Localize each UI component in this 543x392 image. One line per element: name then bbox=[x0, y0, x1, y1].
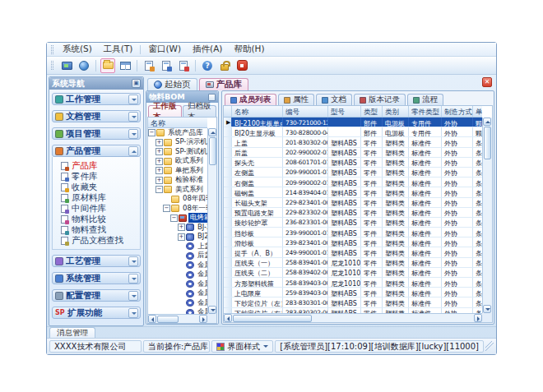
tree-column-header[interactable]: 名称 bbox=[148, 118, 207, 128]
tab-归档版本[interactable]: 归档版本 bbox=[183, 105, 216, 117]
sidebar-panel-header[interactable]: 项目管理 bbox=[52, 127, 141, 140]
menu-item-2[interactable]: 工具(T) bbox=[98, 43, 139, 56]
tree-node[interactable]: +BJ-2100主板单点 bbox=[148, 223, 207, 233]
sidebar-panel-header[interactable]: 系统管理 bbox=[52, 272, 141, 284]
expand-icon[interactable]: + bbox=[178, 224, 185, 231]
tree-node[interactable]: +BJ20主显示板 bbox=[148, 233, 207, 242]
table-row[interactable]: 长磁头支架229-823401-00X塑料ABS零件塑料类标准件外协条 bbox=[224, 198, 482, 208]
table-row[interactable]: 下纱定位片（左）283-830301-00X塑料ABS零件塑料类标准件外协条 bbox=[224, 297, 482, 307]
expand-icon[interactable]: + bbox=[155, 139, 163, 146]
table-row[interactable]: 后盖202-990002-01X塑料ABS零件塑料类标准件外协条 bbox=[224, 148, 482, 158]
chevron-down-icon[interactable] bbox=[128, 95, 138, 104]
tree-node[interactable]: +欧式系列 bbox=[148, 157, 207, 167]
tab-流程[interactable]: 流程 bbox=[407, 94, 443, 105]
grid-vertical-scrollbar[interactable] bbox=[482, 118, 492, 313]
sidebar-item-物料比较[interactable]: 物料比较 bbox=[61, 214, 138, 224]
toolbar-button[interactable] bbox=[118, 58, 132, 73]
menu-item-3[interactable]: 窗口(W) bbox=[142, 43, 187, 56]
grid-horizontal-scrollbar[interactable] bbox=[224, 313, 482, 322]
sidebar-panel-header[interactable]: 工艺管理 bbox=[52, 255, 141, 267]
table-row[interactable]: 左侧盖209-990001-01X塑料ABS零件塑料类标准件外协条 bbox=[224, 168, 482, 178]
scroll-up-icon[interactable] bbox=[208, 128, 216, 136]
column-header-类型[interactable]: 类型 bbox=[361, 106, 383, 117]
tree-horizontal-scrollbar[interactable] bbox=[148, 314, 207, 323]
sidebar-item-中间件库[interactable]: 中间件库 bbox=[61, 203, 138, 214]
expand-icon[interactable]: + bbox=[155, 177, 163, 184]
tree-node[interactable]: −电烤箱 bbox=[148, 214, 207, 224]
column-header-型号[interactable]: 型号 bbox=[328, 106, 361, 117]
collapse-icon[interactable]: − bbox=[148, 129, 155, 136]
table-row[interactable]: 滑纱板239-823401-00X塑料ABS零件塑料类标准件外协条 bbox=[224, 238, 482, 247]
tree-node[interactable]: −金属膜电阻器 bbox=[148, 289, 207, 299]
sidebar-item-产品文档查找[interactable]: 产品文档查找 bbox=[61, 235, 138, 246]
scroll-up-icon[interactable] bbox=[483, 118, 491, 126]
table-row[interactable]: 压线夹（二）258-839402-00X尼龙1010零件塑料类标准件外协条 bbox=[224, 268, 482, 278]
grid-hscroll-thumb[interactable] bbox=[233, 315, 312, 322]
sidebar-panel-header[interactable]: 产品管理 bbox=[52, 145, 141, 157]
column-header-名称[interactable]: 名称 bbox=[232, 106, 283, 117]
sidebar-panel-header[interactable]: 配置管理 bbox=[52, 289, 141, 302]
tree-node[interactable]: −上盖 bbox=[148, 242, 207, 251]
expand-icon[interactable]: + bbox=[155, 167, 163, 174]
tab-属性[interactable]: 属性 bbox=[278, 94, 314, 105]
tab-message-management[interactable]: 消息管理 bbox=[49, 327, 95, 338]
toolbar-button[interactable] bbox=[59, 58, 74, 73]
chevron-down-icon[interactable] bbox=[128, 274, 138, 284]
tab-版本记录[interactable]: 版本记录 bbox=[354, 94, 406, 105]
table-row[interactable]: 右侧盖209-990002-01X塑料ABS零件塑料类标准件外协条 bbox=[224, 178, 482, 187]
table-row[interactable]: 预置电路支架229-823302-00X塑料ABS零件塑料类标准件外协条 bbox=[224, 208, 482, 218]
table-row[interactable]: 压线夹（一）258-839401-00X尼龙1010零件塑料类标准件外协条 bbox=[224, 258, 482, 268]
collapse-icon[interactable]: − bbox=[170, 214, 178, 222]
scroll-down-icon[interactable] bbox=[208, 306, 216, 314]
chevron-down-icon[interactable] bbox=[128, 291, 138, 301]
bom-panel-menu-icon[interactable] bbox=[208, 94, 216, 101]
table-row[interactable]: 提手（A、B）249-990001-01X塑料ABS零件塑料类标准件外协条 bbox=[224, 247, 482, 257]
sidebar-pin-icon[interactable]: ▣ bbox=[132, 79, 141, 88]
tab-工作版本[interactable]: 工作版本 bbox=[148, 105, 182, 117]
column-header-制造方式[interactable]: 制造方式 bbox=[442, 106, 473, 117]
tree-node[interactable]: −金属膜电阻器 bbox=[148, 279, 207, 289]
menu-grip-handle[interactable] bbox=[51, 45, 53, 54]
tree-hscroll-thumb[interactable] bbox=[157, 316, 179, 323]
tree-node[interactable]: −后盖 bbox=[148, 251, 207, 261]
chevron-down-icon[interactable] bbox=[128, 129, 138, 139]
column-header-编号[interactable]: 编号 bbox=[283, 106, 328, 117]
table-row[interactable]: 上盖201-830302-00X塑料ABS零件塑料类标准件外协条 bbox=[224, 137, 482, 147]
expand-icon[interactable]: + bbox=[155, 148, 163, 155]
chevron-up-icon[interactable] bbox=[128, 146, 138, 156]
close-tab-icon[interactable]: ✕ bbox=[482, 77, 492, 87]
sidebar-item-原材料库[interactable]: 原材料库 bbox=[61, 192, 138, 203]
tree-node[interactable]: +单把系列 bbox=[148, 166, 207, 176]
scroll-right-icon[interactable] bbox=[474, 314, 482, 322]
chevron-down-icon[interactable] bbox=[128, 256, 138, 266]
scroll-left-icon[interactable] bbox=[148, 315, 156, 323]
chevron-down-icon[interactable] bbox=[128, 308, 138, 318]
menu-item-4[interactable]: 插件(A) bbox=[187, 43, 228, 56]
tree-vertical-scrollbar[interactable] bbox=[207, 128, 216, 314]
column-header-类别[interactable]: 类别 bbox=[383, 106, 409, 117]
collapse-icon[interactable]: − bbox=[163, 205, 170, 212]
sidebar-panel-header[interactable]: 工作管理 bbox=[52, 93, 141, 105]
sidebar-panel-header[interactable]: 文档管理 bbox=[52, 110, 141, 122]
tab-起始页[interactable]: 起始页 bbox=[147, 78, 197, 90]
tree-node[interactable]: −金属膜电阻器 bbox=[148, 270, 207, 280]
table-row[interactable]: 磁钢盖214-839404-01X塑料ABS零件塑料类标准件外协条 bbox=[224, 187, 482, 197]
toolbar-button[interactable] bbox=[176, 58, 191, 73]
toolbar-button[interactable] bbox=[234, 58, 249, 73]
grid-vscroll-thumb[interactable] bbox=[484, 127, 491, 159]
ui-style-dropdown[interactable]: 界面样式 bbox=[211, 340, 273, 353]
column-header-零件类型[interactable]: 零件类型 bbox=[409, 106, 442, 117]
scroll-left-icon[interactable] bbox=[224, 314, 232, 322]
tree-node[interactable]: −金属膜电阻器 bbox=[148, 308, 207, 315]
expand-icon[interactable]: + bbox=[155, 158, 163, 165]
toolbar-grip-handle[interactable] bbox=[51, 61, 53, 70]
chevron-down-icon[interactable] bbox=[128, 112, 138, 122]
expand-icon[interactable]: + bbox=[178, 233, 185, 241]
toolbar-button[interactable] bbox=[217, 58, 232, 73]
tree-node[interactable]: −金属膜电阻器 bbox=[148, 298, 207, 308]
tree-node[interactable]: −08年四季度 bbox=[148, 195, 207, 205]
table-row[interactable]: BJ20主显示板730-828000-04X部件电源板专用件外协颗 bbox=[224, 127, 482, 137]
tree-node[interactable]: +检验标准 bbox=[148, 176, 207, 186]
menu-item-1[interactable]: 系统(S) bbox=[57, 43, 98, 56]
toolbar-button[interactable] bbox=[142, 58, 156, 73]
